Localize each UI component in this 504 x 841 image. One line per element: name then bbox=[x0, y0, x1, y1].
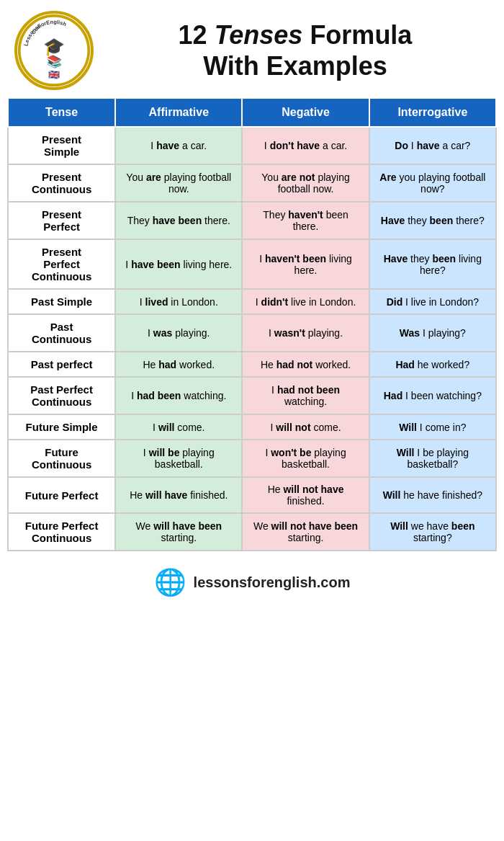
footer-text: lessonsforenglish.com bbox=[194, 574, 351, 591]
negative-cell: I won't be playing basketball. bbox=[242, 440, 369, 477]
affirmative-cell: We will have been starting. bbox=[115, 513, 242, 551]
tense-label: PresentContinuous bbox=[8, 164, 115, 202]
tense-label: FutureContinuous bbox=[8, 440, 115, 477]
col-affirmative: Affirmative bbox=[115, 98, 242, 127]
interrogative-cell: Will he have finished? bbox=[369, 477, 496, 513]
interrogative-cell: Will we have been starting? bbox=[369, 513, 496, 551]
svg-text:📚: 📚 bbox=[47, 54, 62, 69]
title-formula: Formula bbox=[302, 20, 412, 50]
affirmative-cell: He had worked. bbox=[115, 352, 242, 377]
table-row: Past perfect He had worked. He had not w… bbox=[8, 352, 496, 377]
interrogative-cell: Have they been there? bbox=[369, 202, 496, 239]
affirmative-cell: I will be playing basketball. bbox=[115, 440, 242, 477]
affirmative-cell: I lived in London. bbox=[115, 289, 242, 314]
tense-label: Future Simple bbox=[8, 414, 115, 440]
affirmative-cell: I had been watching. bbox=[115, 377, 242, 414]
interrogative-cell: Did I live in London? bbox=[369, 289, 496, 314]
table-row: Past Simple I lived in London. I didn't … bbox=[8, 289, 496, 314]
footer-domain: lessonsforenglish.com bbox=[194, 574, 351, 590]
footer-globe-icon: 🌐 bbox=[154, 567, 186, 597]
negative-cell: I had not been watching. bbox=[242, 377, 369, 414]
col-interrogative: Interrogative bbox=[369, 98, 496, 127]
title-tenses: Tenses bbox=[215, 20, 303, 50]
affirmative-cell: They have been there. bbox=[115, 202, 242, 239]
svg-text:🇬🇧: 🇬🇧 bbox=[48, 68, 60, 81]
col-negative: Negative bbox=[242, 98, 369, 127]
table-row: PresentSimple I have a car. I don't have… bbox=[8, 127, 496, 164]
tense-label: PresentPerfectContinuous bbox=[8, 239, 115, 289]
tense-label: Past Simple bbox=[8, 289, 115, 314]
interrogative-cell: Are you playing football now? bbox=[369, 164, 496, 202]
negative-cell: They haven't been there. bbox=[242, 202, 369, 239]
negative-cell: We will not have been starting. bbox=[242, 513, 369, 551]
svg-text:🎓: 🎓 bbox=[43, 36, 66, 57]
interrogative-cell: Had I been watching? bbox=[369, 377, 496, 414]
table-header-row: Tense Affirmative Negative Interrogative bbox=[8, 98, 496, 127]
table-row: Future Simple I will come. I will not co… bbox=[8, 414, 496, 440]
interrogative-cell: Do I have a car? bbox=[369, 127, 496, 164]
table-row: Future PerfectContinuous We will have be… bbox=[8, 513, 496, 551]
table-row: FutureContinuous I will be playing baske… bbox=[8, 440, 496, 477]
table-row: Past PerfectContinuous I had been watchi… bbox=[8, 377, 496, 414]
negative-cell: I didn't live in London. bbox=[242, 289, 369, 314]
tense-label: Past PerfectContinuous bbox=[8, 377, 115, 414]
affirmative-cell: You are playing football now. bbox=[115, 164, 242, 202]
tense-label: Past perfect bbox=[8, 352, 115, 377]
negative-cell: He had not worked. bbox=[242, 352, 369, 377]
title-line2: With Examples bbox=[203, 51, 387, 81]
table-row: PastContinuous I was playing. I wasn't p… bbox=[8, 314, 496, 352]
affirmative-cell: I will come. bbox=[115, 414, 242, 440]
table-row: PresentPerfect They have been there. The… bbox=[8, 202, 496, 239]
interrogative-cell: Was I playing? bbox=[369, 314, 496, 352]
tense-label: PresentPerfect bbox=[8, 202, 115, 239]
tenses-table-container: Tense Affirmative Negative Interrogative… bbox=[0, 97, 504, 559]
interrogative-cell: Have they been living here? bbox=[369, 239, 496, 289]
negative-cell: He will not have finished. bbox=[242, 477, 369, 513]
tenses-table: Tense Affirmative Negative Interrogative… bbox=[7, 97, 497, 551]
affirmative-cell: I was playing. bbox=[115, 314, 242, 352]
negative-cell: You are not playing football now. bbox=[242, 164, 369, 202]
footer: 🌐 lessonsforenglish.com bbox=[0, 559, 504, 606]
table-row: PresentContinuous You are playing footba… bbox=[8, 164, 496, 202]
affirmative-cell: I have a car. bbox=[115, 127, 242, 164]
page-title: 12 Tenses Formula With Examples bbox=[101, 19, 490, 81]
title-12: 12 bbox=[179, 20, 215, 50]
header: LessonsForEnglish .Com 🎓 📚 🇬🇧 12 Tenses … bbox=[0, 0, 504, 97]
tense-label: Future PerfectContinuous bbox=[8, 513, 115, 551]
negative-cell: I haven't been living here. bbox=[242, 239, 369, 289]
table-row: Future Perfect He will have finished. He… bbox=[8, 477, 496, 513]
affirmative-cell: He will have finished. bbox=[115, 477, 242, 513]
table-row: PresentPerfectContinuous I have been liv… bbox=[8, 239, 496, 289]
col-tense: Tense bbox=[8, 98, 115, 127]
negative-cell: I wasn't playing. bbox=[242, 314, 369, 352]
negative-cell: I will not come. bbox=[242, 414, 369, 440]
interrogative-cell: Will I be playing basketball? bbox=[369, 440, 496, 477]
tense-label: PresentSimple bbox=[8, 127, 115, 164]
negative-cell: I don't have a car. bbox=[242, 127, 369, 164]
tense-label: PastContinuous bbox=[8, 314, 115, 352]
affirmative-cell: I have been living here. bbox=[115, 239, 242, 289]
interrogative-cell: Will I come in? bbox=[369, 414, 496, 440]
logo: LessonsForEnglish .Com 🎓 📚 🇬🇧 bbox=[14, 11, 94, 90]
tense-label: Future Perfect bbox=[8, 477, 115, 513]
interrogative-cell: Had he worked? bbox=[369, 352, 496, 377]
